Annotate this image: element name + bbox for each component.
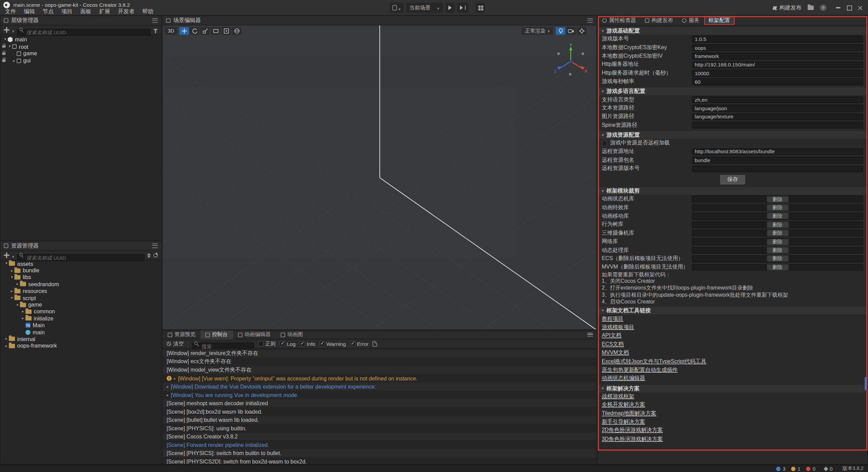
asset-row[interactable]: libs: [1, 274, 161, 281]
expand-arrow-icon[interactable]: [15, 301, 20, 308]
open-project-folder-icon[interactable]: [808, 5, 814, 10]
log-row[interactable]: [Scene] [PHYSICS2D]: switch from box2d-w…: [163, 457, 596, 464]
log-row[interactable]: [Scene] [PHYSICS]: switch from builtin t…: [163, 449, 596, 457]
expand-arrow-icon[interactable]: [3, 36, 8, 43]
tab-animation-editor[interactable]: 动画编辑器: [233, 330, 276, 339]
crypto-key-input[interactable]: [692, 44, 863, 51]
lighting-toggle-button[interactable]: [556, 27, 565, 35]
expand-arrow-icon[interactable]: [9, 267, 15, 274]
asset-row[interactable]: TS Main: [1, 322, 161, 329]
log-row[interactable]: [Window] ecs文件夹不存在: [163, 358, 596, 366]
solution-link[interactable]: 全栈开发解决方案: [598, 401, 645, 409]
create-asset-icon[interactable]: [4, 252, 9, 258]
solution-link[interactable]: 新手引导解决方案: [598, 418, 645, 426]
section-module-trim[interactable]: 框架模块裁剪: [598, 187, 867, 195]
tab-animation-graph[interactable]: 动画图: [276, 330, 308, 339]
doc-link[interactable]: ECS文档: [598, 340, 624, 349]
section-resource-config[interactable]: 游戏资源配置: [598, 131, 867, 139]
neg-x-handle[interactable]: [557, 53, 560, 55]
hierarchy-node-gui[interactable]: gui: [1, 57, 161, 64]
delete-module-button[interactable]: 删除: [766, 255, 788, 262]
notification-icon[interactable]: [824, 466, 828, 471]
expand-arrow-icon[interactable]: [12, 57, 17, 64]
tab-service[interactable]: 服务: [678, 16, 704, 25]
http-timeout-input[interactable]: [692, 70, 863, 77]
expand-arrow-icon[interactable]: [166, 393, 169, 397]
expand-arrow-icon[interactable]: [4, 260, 9, 267]
filter-error[interactable]: Error: [350, 341, 369, 347]
render-mode-dropdown[interactable]: 正常渲染: [521, 27, 553, 35]
error-count-icon[interactable]: [806, 467, 810, 471]
info-count-icon[interactable]: [776, 467, 781, 471]
expand-arrow-icon[interactable]: [9, 295, 15, 301]
delete-module-button[interactable]: 删除: [766, 247, 788, 254]
doc-link[interactable]: 游戏模板项目: [598, 323, 634, 332]
sort-icon[interactable]: [147, 253, 151, 258]
asset-row[interactable]: initialize: [1, 315, 161, 322]
axis-gizmo[interactable]: Y X Z: [553, 44, 588, 79]
menu-project[interactable]: 项目: [58, 8, 77, 15]
delete-module-button[interactable]: 删除: [766, 213, 788, 220]
rotate-tool-button[interactable]: [190, 27, 199, 35]
filter-icon[interactable]: [153, 29, 158, 31]
solution-link[interactable]: Tiledmap地图解决方案: [598, 409, 656, 418]
asset-row[interactable]: resources: [1, 288, 161, 294]
hierarchy-node-main[interactable]: main: [1, 36, 161, 43]
section-basic-config[interactable]: 游戏基础配置: [598, 27, 867, 35]
remote-version-input[interactable]: [692, 165, 863, 172]
filter-regex[interactable]: 正则: [258, 340, 276, 347]
remote-load-toggle-row[interactable]: 游戏中资源是否远程加载: [598, 139, 867, 148]
menu-file[interactable]: 文件: [1, 8, 20, 15]
asset-row[interactable]: common: [1, 308, 161, 315]
error-checkbox[interactable]: [350, 341, 355, 347]
menu-panel[interactable]: 面板: [76, 8, 95, 15]
asset-row[interactable]: game: [1, 301, 161, 308]
expand-arrow-icon[interactable]: [9, 288, 15, 295]
refresh-icon[interactable]: [153, 253, 158, 257]
neg-z-handle[interactable]: [582, 53, 584, 55]
coordinate-toggle-button[interactable]: [232, 27, 241, 35]
expand-arrow-icon[interactable]: [7, 43, 12, 50]
create-node-icon[interactable]: [4, 27, 9, 33]
delete-module-button[interactable]: 删除: [766, 230, 788, 237]
hierarchy-node-root[interactable]: root: [1, 43, 161, 50]
solution-link[interactable]: 战棋游戏框架: [598, 392, 634, 401]
tab-property-inspector[interactable]: 属性检查器: [598, 16, 640, 25]
doc-link[interactable]: 动画状态机编辑器: [598, 374, 645, 383]
regex-checkbox[interactable]: [258, 341, 263, 347]
expand-arrow-icon[interactable]: [9, 274, 15, 281]
menu-node[interactable]: 节点: [39, 8, 58, 15]
scene-select-dropdown[interactable]: 当前场景: [406, 3, 443, 13]
hierarchy-node-game[interactable]: game: [1, 50, 161, 57]
filter-info[interactable]: Info: [299, 341, 315, 347]
log-row-warning[interactable]: [Window] [Vue warn]: Property "onInput" …: [163, 374, 596, 382]
log-row[interactable]: [Window] render_texture文件夹不存在: [163, 349, 596, 357]
remote-url-input[interactable]: [692, 148, 863, 155]
log-row-info[interactable]: [Scene] Forward render pipeline initiali…: [163, 441, 596, 449]
expand-arrow-icon[interactable]: [15, 281, 20, 288]
doc-link[interactable]: 教程项目: [598, 315, 623, 323]
layout-button[interactable]: [476, 3, 485, 13]
asset-row[interactable]: bundle: [1, 267, 161, 274]
delete-module-button[interactable]: 删除: [766, 221, 788, 228]
doc-link[interactable]: API文档: [598, 332, 621, 340]
collapse-logs-icon[interactable]: [373, 341, 377, 347]
panel-menu-icon[interactable]: [152, 18, 158, 22]
log-row[interactable]: [Scene] [box2d]:box2d wasm lib loaded.: [163, 408, 596, 416]
tab-framework-config[interactable]: 框架配置: [704, 16, 734, 25]
minimize-button[interactable]: [833, 1, 844, 14]
doc-link[interactable]: MVVM文档: [598, 349, 629, 357]
play-button[interactable]: [445, 3, 454, 13]
delete-module-button[interactable]: 删除: [766, 196, 788, 202]
scrollbar-thumb[interactable]: [865, 377, 867, 390]
camera-preview-button[interactable]: [566, 27, 576, 35]
game-version-input[interactable]: [692, 36, 863, 42]
panel-menu-icon[interactable]: [587, 333, 593, 337]
log-checkbox[interactable]: [279, 341, 285, 347]
remote-load-checkbox[interactable]: [602, 140, 607, 146]
solution-link[interactable]: 3D角色扮演游戏解决方案: [598, 435, 663, 443]
asset-row[interactable]: internal: [1, 336, 161, 342]
http-server-input[interactable]: [692, 61, 863, 68]
menu-developer[interactable]: 开发者: [114, 8, 138, 15]
log-row[interactable]: [Scene] meshopt wasm decoder initialized: [163, 399, 596, 407]
